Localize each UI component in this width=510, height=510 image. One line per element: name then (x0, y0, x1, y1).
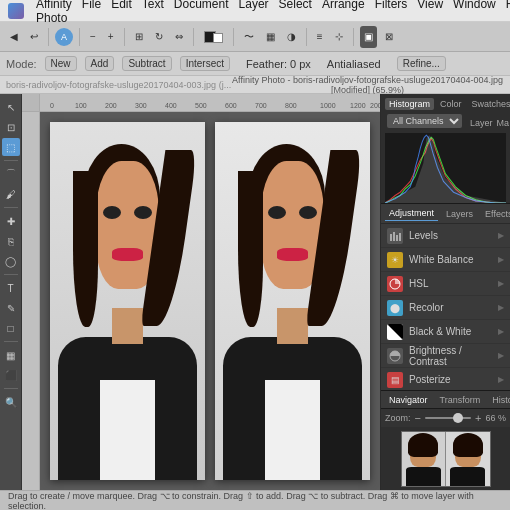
toolbar-transform[interactable]: ⊠ (381, 26, 397, 48)
menu-filters[interactable]: Filters (375, 0, 408, 25)
adj-item-black-white[interactable]: Black & White ▶ (381, 320, 510, 344)
tool-type[interactable]: T (2, 279, 20, 297)
adj-tab-effects[interactable]: Effects (481, 207, 510, 221)
menu-view[interactable]: View (417, 0, 443, 25)
toolbar-zoom-in[interactable]: + (104, 26, 118, 48)
mode-subtract-btn[interactable]: Subtract (122, 56, 171, 71)
tool-sep-5 (4, 388, 18, 389)
canvas-area[interactable]: 0 100 200 300 400 500 600 700 800 1000 1… (22, 94, 380, 490)
nav-thumb-right (446, 432, 490, 486)
menu-layer[interactable]: Layer (239, 0, 269, 25)
menu-help[interactable]: Help (506, 0, 510, 25)
nav-tab-transform[interactable]: Transform (436, 394, 485, 406)
nav-tab-navigator[interactable]: Navigator (385, 394, 432, 406)
refine-btn[interactable]: Refine... (397, 56, 446, 71)
toolbar-curves[interactable]: 〜 (240, 26, 258, 48)
menu-window[interactable]: Window (453, 0, 496, 25)
white-balance-arrow: ▶ (498, 255, 504, 264)
adj-item-white-balance[interactable]: ☀ White Balance ▶ (381, 248, 510, 272)
eye-right-l (268, 206, 286, 219)
svg-rect-4 (396, 235, 398, 241)
adj-item-posterize[interactable]: ▤ Posterize ▶ (381, 368, 510, 390)
zoom-plus[interactable]: + (475, 412, 481, 424)
zoom-minus[interactable]: − (415, 412, 421, 424)
tool-brush[interactable]: 🖌 (2, 185, 20, 203)
tool-shapes[interactable]: □ (2, 319, 20, 337)
toolbar-zoom-out[interactable]: − (86, 26, 100, 48)
antialiased-label: Antialiased (327, 58, 381, 70)
toolbar-back-btn[interactable]: ◀ (6, 26, 22, 48)
main-layout: ↖ ⊡ ⬚ ⌒ 🖌 ✚ ⎘ ◯ T ✎ □ ▦ ⬛ 🔍 0 100 200 30… (0, 94, 510, 490)
tool-crop[interactable]: ⊡ (2, 118, 20, 136)
toolbar-color[interactable] (200, 26, 227, 48)
recolor-label: Recolor (409, 302, 443, 313)
toolbar-grid[interactable]: ⊞ (131, 26, 147, 48)
adj-item-levels[interactable]: Levels ▶ (381, 224, 510, 248)
toolbar-select-mode[interactable]: ▣ (360, 26, 377, 48)
hist-tab-color[interactable]: Color (436, 98, 466, 110)
tool-marquee[interactable]: ⬚ (2, 138, 20, 156)
menu-file[interactable]: File (82, 0, 101, 25)
mode-intersect-btn[interactable]: Intersect (180, 56, 230, 71)
head-container-right (243, 140, 342, 348)
tool-dodge[interactable]: ◯ (2, 252, 20, 270)
zoom-thumb[interactable] (453, 413, 463, 423)
zoom-slider[interactable] (425, 417, 471, 419)
toolbar-flip[interactable]: ⇔ (171, 26, 187, 48)
mode-bar: Mode: New Add Subtract Intersect Feather… (0, 52, 510, 76)
toolbar-undo-btn[interactable]: ↩ (26, 26, 42, 48)
toolbar-sep-7 (353, 28, 354, 46)
menu-arrange[interactable]: Arrange (322, 0, 365, 25)
portrait-right (215, 122, 370, 480)
ruler-mark: 400 (165, 102, 177, 109)
toolbar-sep-3 (124, 28, 125, 46)
menu-text[interactable]: Text (142, 0, 164, 25)
histogram-panel: Histogram Color Swatches Brushes All Cha… (381, 94, 510, 204)
ruler-mark: 100 (75, 102, 87, 109)
ruler-mark: 200 (105, 102, 117, 109)
mode-new-btn[interactable]: New (45, 56, 77, 71)
posterize-arrow: ▶ (498, 375, 504, 384)
menu-edit[interactable]: Edit (111, 0, 132, 25)
toolbar-levels[interactable]: ▦ (262, 26, 279, 48)
filepath-right: Affinity Photo - boris-radivoljov-fotogr… (231, 75, 504, 95)
hair-side-rl (238, 171, 263, 327)
channel-select[interactable]: All Channels (387, 114, 462, 128)
hist-tab-swatches[interactable]: Swatches (468, 98, 510, 110)
adjustment-list: Levels ▶ ☀ White Balance ▶ HSL ▶ (381, 224, 510, 390)
toolbar-align[interactable]: ≡ (313, 26, 327, 48)
toolbar-rotate[interactable]: ↻ (151, 26, 167, 48)
toolbar-mask[interactable]: ◑ (283, 26, 300, 48)
histogram-canvas (385, 133, 506, 203)
tool-vector[interactable]: ✎ (2, 299, 20, 317)
adj-item-recolor[interactable]: ⬤ Recolor ▶ (381, 296, 510, 320)
toolbar-snapping[interactable]: ⊹ (331, 26, 347, 48)
mode-add-btn[interactable]: Add (85, 56, 115, 71)
histogram-svg (385, 133, 506, 203)
menu-select[interactable]: Select (279, 0, 312, 25)
adj-item-hsl[interactable]: HSL ▶ (381, 272, 510, 296)
nav-tab-history[interactable]: History (488, 394, 510, 406)
tool-sep-2 (4, 207, 18, 208)
white-balance-icon: ☀ (387, 252, 403, 268)
recolor-arrow: ▶ (498, 303, 504, 312)
navigator-panel: Navigator Transform History Channels Zoo… (381, 390, 510, 490)
adj-tab-layers[interactable]: Layers (442, 207, 477, 221)
tool-healing[interactable]: ✚ (2, 212, 20, 230)
adj-tab-adjustment[interactable]: Adjustment (385, 206, 438, 221)
navigator-thumbnail[interactable] (401, 431, 491, 487)
tool-fill[interactable]: ⬛ (2, 366, 20, 384)
filepath-left: boris-radivoljov-fotografske-usluge20170… (6, 80, 231, 90)
tool-clone[interactable]: ⎘ (2, 232, 20, 250)
hist-tab-histogram[interactable]: Histogram (385, 98, 434, 110)
toolbar-sep-1 (48, 28, 49, 46)
tool-gradient[interactable]: ▦ (2, 346, 20, 364)
adj-item-brightness[interactable]: Brightness / Contrast ▶ (381, 344, 510, 368)
eye-left-l (103, 206, 121, 219)
posterize-label: Posterize (409, 374, 451, 385)
menu-affinity[interactable]: Affinity Photo (36, 0, 72, 25)
tool-zoom[interactable]: 🔍 (2, 393, 20, 411)
menu-document[interactable]: Document (174, 0, 229, 25)
tool-move[interactable]: ↖ (2, 98, 20, 116)
tool-lasso[interactable]: ⌒ (2, 165, 20, 183)
